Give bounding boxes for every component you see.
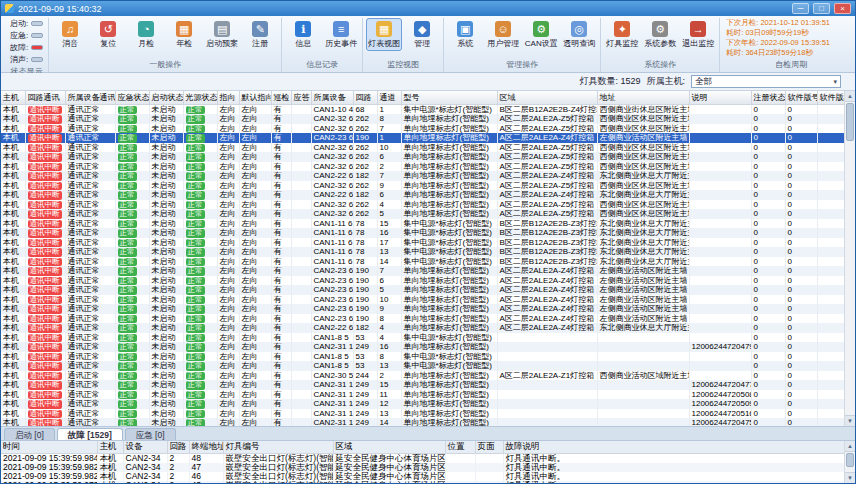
- system-param-button[interactable]: ⚙系统参数: [642, 18, 678, 51]
- manage-view-button[interactable]: ◆管理: [404, 18, 440, 51]
- column-header[interactable]: 指向: [217, 91, 239, 104]
- tab-emergency[interactable]: 应急 [0]: [125, 428, 176, 440]
- column-header[interactable]: 软件版本: [817, 91, 846, 104]
- column-header[interactable]: 应答: [291, 91, 311, 104]
- column-header[interactable]: 地址: [597, 91, 689, 104]
- tab-fault[interactable]: 故障 [1529]: [57, 428, 123, 440]
- lamp-monitor-button[interactable]: ✦灯具监控: [604, 18, 640, 51]
- column-header[interactable]: 应急状态: [115, 91, 149, 104]
- table-row[interactable]: 本机通讯中断通讯正常正常未启动正常左向左向有CAN1-8 5538集中电源*标志…: [1, 352, 846, 362]
- close-button[interactable]: ×: [834, 3, 851, 14]
- table-row[interactable]: 本机通讯中断通讯正常正常未启动正常左向左向有CAN2-32 62626单向地埋标…: [1, 152, 846, 162]
- table-row[interactable]: 本机通讯中断通讯正常正常未启动正常左向左向有CAN2-23 61901单向地埋标…: [1, 133, 846, 143]
- column-header[interactable]: 启动状态: [149, 91, 183, 104]
- column-header[interactable]: 主机: [97, 441, 123, 454]
- column-header[interactable]: 终端地址: [189, 441, 223, 454]
- table-row[interactable]: 本机通讯中断通讯正常正常未启动正常左向左向有CAN2-32 626210单向地埋…: [1, 143, 846, 153]
- table-row[interactable]: 本机通讯中断通讯正常正常未启动正常左向左向有CAN1-11 67817集中电源*…: [1, 238, 846, 248]
- fault-scrollbar[interactable]: ▲ ▼: [844, 441, 855, 483]
- table-row[interactable]: 本机通讯中断通讯正常正常未启动正常左向左向有CAN1-10 4681集中电源*标…: [1, 104, 846, 114]
- table-row[interactable]: 本机通讯中断通讯正常正常未启动正常左向左向有CAN2-23 619010单向地埋…: [1, 295, 846, 305]
- lamp-table-view-button[interactable]: ▦灯表视图: [366, 18, 402, 51]
- table-row[interactable]: 本机通讯中断通讯正常正常未启动正常左向左向有CAN2-31 124913单向地埋…: [1, 409, 846, 419]
- column-header[interactable]: 注册状态: [751, 91, 785, 104]
- column-header[interactable]: 巡检: [271, 91, 291, 104]
- table-row[interactable]: 本机通讯中断通讯正常正常未启动正常左向左向有CAN2-30 52442单向地埋标…: [1, 371, 846, 381]
- minimize-button[interactable]: ─: [792, 3, 809, 14]
- table-row[interactable]: 2021-09-09 15:39:59.984本机CAN2-34248嵌壁安全出…: [1, 454, 846, 464]
- scroll-down-icon[interactable]: ▼: [845, 472, 855, 483]
- table-row[interactable]: 本机通讯中断通讯正常正常未启动正常左向左向有CAN2-22 61826单向地埋标…: [1, 190, 846, 200]
- maximize-button[interactable]: □: [813, 3, 830, 14]
- table-row[interactable]: 本机通讯中断通讯正常正常未启动正常左向左向有CAN2-32 62624单向地埋标…: [1, 200, 846, 210]
- tab-start[interactable]: 启动 [0]: [4, 428, 55, 440]
- table-row[interactable]: 2021-09-09 15:39:59.982本机CAN2-34246嵌壁安全出…: [1, 472, 846, 481]
- column-header[interactable]: 时间: [1, 441, 97, 454]
- can-setting-button[interactable]: ⚙CAN设置: [523, 18, 559, 51]
- transparent-query-button[interactable]: ◎透明查询: [561, 18, 597, 51]
- column-header[interactable]: 区域: [333, 441, 445, 454]
- table-row[interactable]: 本机通讯中断通讯正常正常未启动正常左向左向有CAN2-23 61905单向地埋标…: [1, 285, 846, 295]
- history-button[interactable]: ≡历史事件: [323, 18, 359, 51]
- scroll-up-icon[interactable]: ▲: [845, 91, 855, 102]
- column-header[interactable]: 主机: [1, 91, 25, 104]
- table-row[interactable]: 本机通讯中断通讯正常正常未启动正常左向左向有CAN2-31 124912单向地埋…: [1, 399, 846, 409]
- scroll-up-icon[interactable]: ▲: [845, 441, 855, 452]
- table-row[interactable]: 本机通讯中断通讯正常正常未启动正常左向左向有CAN2-31 124911单向地埋…: [1, 390, 846, 400]
- exit-monitor-button[interactable]: →退出监控: [680, 18, 716, 51]
- table-row[interactable]: 本机通讯中断通讯正常正常未启动正常左向左向有CAN2-32 62627单向地埋标…: [1, 124, 846, 134]
- scroll-down-icon[interactable]: ▼: [845, 415, 855, 426]
- main-scroll-track[interactable]: [845, 102, 855, 415]
- column-header[interactable]: 所属设备: [311, 91, 353, 104]
- column-header[interactable]: 故障说明: [503, 441, 846, 454]
- table-row[interactable]: 本机通讯中断通讯正常正常未启动正常左向左向有CAN2-31 124914单向地埋…: [1, 418, 846, 426]
- table-row[interactable]: 本机通讯中断通讯正常正常未启动正常左向左向有CAN2-23 61909单向地埋标…: [1, 304, 846, 314]
- plan-button[interactable]: ▤启动预案: [204, 18, 240, 51]
- table-row[interactable]: 2021-09-09 15:39:59.982本机CAN2-34247嵌壁安全出…: [1, 463, 846, 472]
- info-button[interactable]: ℹ信息: [285, 18, 321, 51]
- main-scrollbar[interactable]: ▲ ▼: [844, 91, 855, 426]
- table-row[interactable]: 本机通讯中断通讯正常正常未启动正常左向左向有CAN1-11 67813集中电源*…: [1, 247, 846, 257]
- column-header[interactable]: 光源状态: [183, 91, 217, 104]
- table-row[interactable]: 本机通讯中断通讯正常正常未启动正常左向左向有CAN1-11 67815集中电源*…: [1, 219, 846, 229]
- table-row[interactable]: 本机通讯中断通讯正常正常未启动正常左向左向有CAN2-31 124915单向地埋…: [1, 380, 846, 390]
- table-row[interactable]: 本机通讯中断通讯正常正常未启动正常左向左向有CAN1-11 67814集中电源*…: [1, 257, 846, 267]
- column-header[interactable]: 默认指向: [239, 91, 271, 104]
- main-scroll-thumb[interactable]: [846, 103, 854, 141]
- table-row[interactable]: 本机通讯中断通讯正常正常未启动正常左向左向有CAN2-23 61908单向地埋标…: [1, 314, 846, 324]
- column-header[interactable]: 页面: [475, 441, 503, 454]
- table-row[interactable]: 本机通讯中断通讯正常正常未启动正常左向左向有CAN1-11 67816集中电源*…: [1, 228, 846, 238]
- fault-scroll-track[interactable]: [845, 452, 855, 472]
- column-header[interactable]: 位置: [445, 441, 475, 454]
- column-header[interactable]: 回路通讯: [25, 91, 65, 104]
- table-row[interactable]: 本机通讯中断通讯正常正常未启动正常左向左向有CAN1-8 55313集中电源*标…: [1, 361, 846, 371]
- column-header[interactable]: 回路: [167, 441, 189, 454]
- table-row[interactable]: 本机通讯中断通讯正常正常未启动正常左向左向有CAN1-8 5534集中电源*标志…: [1, 333, 846, 343]
- column-header[interactable]: 设备: [123, 441, 167, 454]
- column-header[interactable]: 区域: [497, 91, 597, 104]
- system-button[interactable]: ▣系统: [447, 18, 483, 51]
- table-row[interactable]: 本机通讯中断通讯正常正常未启动正常左向左向有CAN2-32 62629单向地埋标…: [1, 181, 846, 191]
- monthly-check-button[interactable]: ◔月检: [128, 18, 164, 51]
- table-row[interactable]: 本机通讯中断通讯正常正常未启动正常左向左向有CAN2-23 61906单向地埋标…: [1, 276, 846, 286]
- table-row[interactable]: 本机通讯中断通讯正常正常未启动正常左向左向有CAN2-32 62628单向地埋标…: [1, 114, 846, 124]
- column-header[interactable]: 所属设备通讯: [65, 91, 115, 104]
- column-header[interactable]: 说明: [689, 91, 751, 104]
- column-header[interactable]: 回路: [353, 91, 377, 104]
- table-row[interactable]: 本机通讯中断通讯正常正常未启动正常左向左向有CAN2-22 61827单向地埋标…: [1, 171, 846, 181]
- host-filter-select[interactable]: 全部 ▾: [691, 75, 841, 88]
- table-row[interactable]: 本机通讯中断通讯正常正常未启动正常左向左向有CAN2-22 61824单向地埋标…: [1, 323, 846, 333]
- column-header[interactable]: 软件版号: [785, 91, 817, 104]
- user-manage-button[interactable]: ☺用户管理: [485, 18, 521, 51]
- table-row[interactable]: 2021-09-09 15:39:59.973本机CAN2-34243嵌壁安全出…: [1, 481, 846, 483]
- fault-scroll-thumb[interactable]: [846, 453, 854, 467]
- register-button[interactable]: ✎注册: [242, 18, 278, 51]
- table-row[interactable]: 本机通讯中断通讯正常正常未启动正常左向左向有CAN2-32 62625单向地埋标…: [1, 209, 846, 219]
- reset-button[interactable]: ↺复位: [90, 18, 126, 51]
- table-row[interactable]: 本机通讯中断通讯正常正常未启动正常左向左向有CAN2-32 62622单向地埋标…: [1, 162, 846, 172]
- column-header[interactable]: 灯具编号: [223, 441, 333, 454]
- mute-button[interactable]: ♫消音: [52, 18, 88, 51]
- column-header[interactable]: 通道: [377, 91, 401, 104]
- column-header[interactable]: 型号: [401, 91, 497, 104]
- yearly-check-button[interactable]: ▦年检: [166, 18, 202, 51]
